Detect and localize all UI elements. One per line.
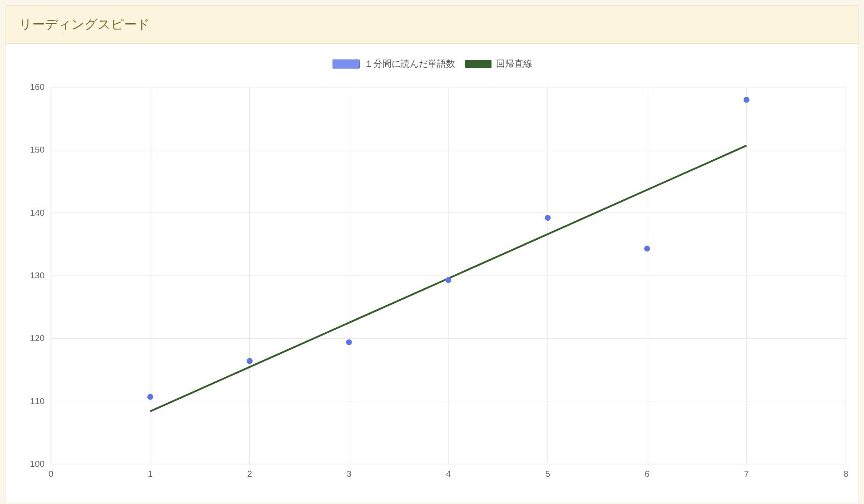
x-tick-label: 2 [247,469,252,479]
x-tick-label: 6 [645,469,650,479]
legend-item-line[interactable]: 回帰直線 [465,58,532,70]
legend-swatch-line [465,60,492,68]
page-title: リーディングスピード [19,17,150,31]
data-point[interactable] [346,339,352,345]
data-point[interactable] [247,358,253,364]
data-point[interactable] [446,277,452,283]
y-tick-label: 100 [30,459,45,469]
data-point[interactable] [644,246,650,252]
legend: １分間に読んだ単語数 回帰直線 [5,58,859,70]
chart-card: リーディングスピード １分間に読んだ単語数 回帰直線 0123456781001… [5,5,859,503]
x-tick-label: 7 [744,469,749,479]
legend-label-scatter: １分間に読んだ単語数 [364,58,455,70]
legend-item-scatter[interactable]: １分間に読んだ単語数 [333,58,455,70]
data-point[interactable] [147,394,153,400]
data-point[interactable] [744,97,750,103]
y-tick-label: 140 [30,208,45,217]
data-point[interactable] [545,215,551,221]
y-tick-label: 120 [30,333,45,343]
plot: 012345678100110120130140150160 [51,83,846,482]
legend-swatch-scatter [333,59,360,69]
legend-label-line: 回帰直線 [496,58,532,70]
card-header: リーディングスピード [5,6,859,44]
x-tick-label: 8 [844,469,849,479]
y-tick-label: 150 [30,145,45,154]
y-tick-label: 130 [30,271,45,280]
chart-area: １分間に読んだ単語数 回帰直線 012345678100110120130140… [5,44,859,503]
x-tick-label: 3 [347,469,352,479]
x-tick-label: 0 [49,469,54,479]
y-tick-label: 160 [30,82,45,92]
x-tick-label: 1 [148,469,153,479]
x-tick-label: 5 [545,469,550,479]
x-tick-label: 4 [446,469,451,479]
y-tick-label: 110 [30,396,45,406]
